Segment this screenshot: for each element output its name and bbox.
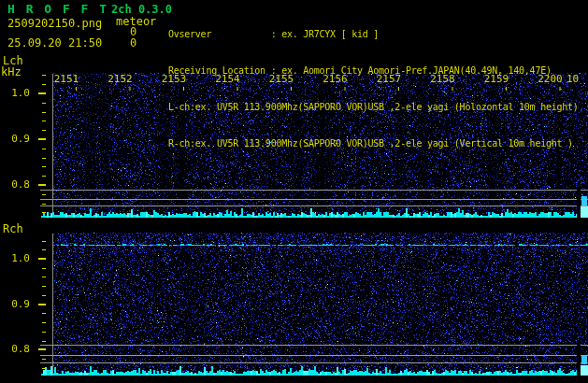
meteor-count-r: 0: [130, 37, 136, 49]
rch-rx-line: R-ch:ex. UV5R 113.900Mhz(SAPPORO VOR)USB…: [168, 137, 579, 149]
freq-tick-label: 1.0: [2, 253, 30, 263]
datetime-label: 25.09.20 21:50: [7, 37, 102, 49]
freq-tick-label: 1.0: [2, 88, 30, 98]
app-title: H R O F F T: [7, 3, 108, 15]
freq-tick-label: 0.9: [2, 299, 30, 309]
observer-line: Ovserver : ex. JR7CYX [ kid ]: [168, 28, 579, 40]
lch-rx-line: L-ch:ex. UV5R 113.900Mhz(SAPPORO VOR)USB…: [168, 101, 579, 113]
khz-unit-label: kHz: [1, 66, 22, 78]
time-tick-label: 2157: [377, 74, 402, 84]
rch-panel-label: Rch: [3, 223, 23, 234]
time-tick-label: 2151: [54, 74, 79, 84]
output-filename: 2509202150.png: [7, 18, 102, 29]
observer-info: Ovserver : ex. JR7CYX [ kid ] Receiving …: [168, 4, 579, 174]
time-tick-label: 2153: [162, 74, 187, 84]
time-tick-label: 2154: [215, 74, 240, 84]
time-tick-label: 2156: [323, 74, 348, 84]
freq-tick-label: 0.8: [2, 179, 30, 190]
time-tick-label: 2155: [269, 74, 294, 84]
time-tick-label: 2152: [108, 74, 133, 84]
time-tick-label: 2159: [484, 74, 509, 84]
time-tick-label: 2200: [538, 74, 563, 84]
freq-tick-label: 0.9: [2, 134, 30, 144]
freq-tick-label: 0.8: [2, 344, 30, 354]
hrofft-screen: H R O F F T 2ch 0.3.0 2509202150.png met…: [0, 0, 588, 383]
time-tick-label-partial: 10: [566, 74, 579, 84]
time-tick-label: 2158: [430, 74, 455, 84]
app-version: 2ch 0.3.0: [111, 4, 172, 15]
